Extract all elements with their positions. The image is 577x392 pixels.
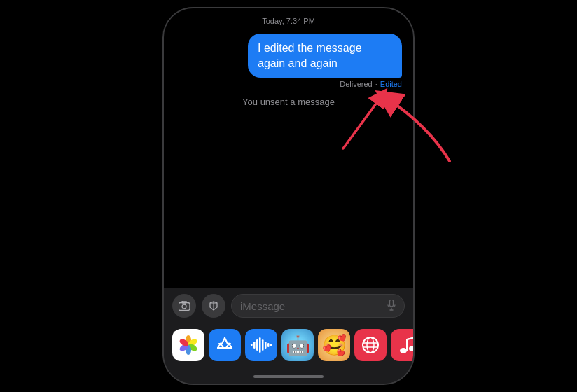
mic-icon bbox=[387, 300, 396, 313]
svg-rect-25 bbox=[270, 344, 272, 346]
phone-frame: Today, 7:34 PM I edited the message agai… bbox=[162, 7, 415, 385]
message-bubble: I edited the message again and again bbox=[248, 34, 402, 78]
dock-icon-photos[interactable] bbox=[172, 329, 204, 361]
svg-point-30 bbox=[400, 348, 407, 354]
svg-rect-19 bbox=[253, 342, 256, 349]
svg-rect-20 bbox=[256, 340, 258, 351]
svg-rect-21 bbox=[259, 337, 261, 353]
status-edited: Edited bbox=[380, 80, 402, 88]
svg-line-32 bbox=[407, 337, 415, 340]
apps-button[interactable] bbox=[202, 294, 225, 318]
status-delivered: Delivered bbox=[340, 80, 372, 88]
unsent-message: You unsent a message bbox=[175, 97, 402, 107]
svg-rect-24 bbox=[267, 343, 270, 347]
svg-rect-18 bbox=[251, 344, 253, 346]
svg-point-27 bbox=[367, 337, 374, 353]
svg-point-3 bbox=[182, 304, 186, 309]
home-indicator bbox=[164, 372, 413, 384]
dock-icon-memoji1[interactable]: 🤖 bbox=[281, 329, 314, 361]
svg-point-26 bbox=[363, 337, 378, 353]
dock-icon-memoji2[interactable]: 🥰 bbox=[318, 329, 350, 361]
svg-rect-2 bbox=[179, 303, 190, 311]
input-area: iMessage bbox=[164, 288, 413, 323]
message-bubble-container: I edited the message again and again Del… bbox=[175, 34, 402, 88]
dock-icon-music[interactable] bbox=[391, 329, 415, 361]
status-separator: · bbox=[375, 80, 377, 88]
camera-button[interactable] bbox=[172, 294, 196, 318]
home-bar bbox=[253, 375, 324, 378]
arrow-annotation bbox=[322, 85, 399, 155]
app-dock: 🤖 🥰 bbox=[164, 323, 413, 372]
svg-rect-23 bbox=[265, 342, 267, 349]
svg-rect-7 bbox=[390, 300, 394, 307]
timestamp: Today, 7:34 PM bbox=[175, 17, 402, 25]
dock-icon-appstore[interactable] bbox=[209, 329, 241, 361]
svg-point-31 bbox=[409, 346, 415, 351]
message-status: Delivered · Edited bbox=[340, 80, 402, 88]
svg-rect-22 bbox=[262, 340, 264, 351]
dock-icon-audio[interactable] bbox=[245, 329, 277, 361]
imessage-input[interactable]: iMessage bbox=[231, 294, 405, 318]
input-placeholder: iMessage bbox=[240, 300, 382, 312]
svg-rect-4 bbox=[182, 301, 186, 303]
messages-area: Today, 7:34 PM I edited the message agai… bbox=[164, 8, 413, 288]
dock-icon-search[interactable] bbox=[354, 329, 387, 361]
